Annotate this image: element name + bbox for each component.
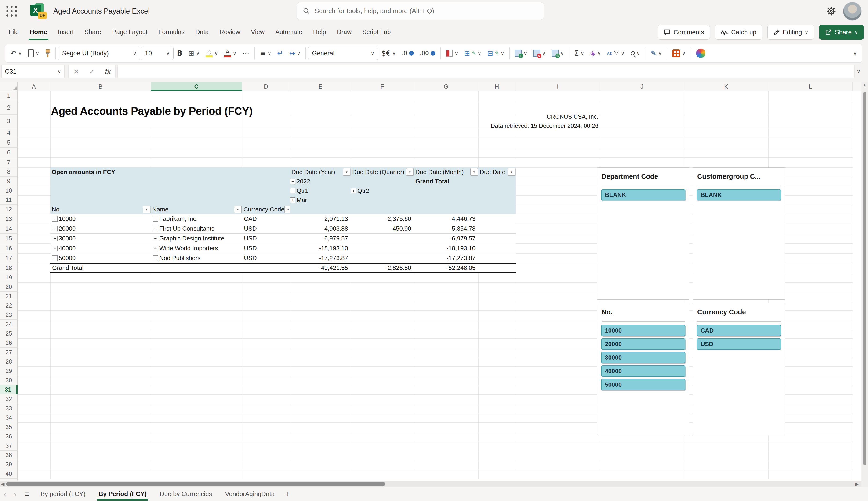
row-header-14[interactable]: 14	[0, 224, 18, 234]
row-header-1[interactable]: 1	[0, 91, 18, 101]
filter-dropdown-icon[interactable]: ▾	[343, 168, 351, 176]
vertical-scroll-thumb[interactable]	[863, 92, 866, 466]
pivot-grand-total-row[interactable]: Grand Total-49,421.55-2,826.50-52,248.05	[50, 263, 516, 273]
horizontal-scroll-thumb[interactable]	[6, 482, 385, 486]
vertical-scrollbar[interactable]: ▲	[861, 82, 868, 481]
filter-dropdown-icon[interactable]: ▾	[470, 168, 478, 176]
column-header-J[interactable]: J	[600, 82, 684, 91]
sheet-tab-by-period-lcy[interactable]: By period (LCY)	[34, 487, 92, 501]
pivot-data-row[interactable]: −Fabrikam, Inc.CAD−10000-2,071.13-2,375.…	[50, 214, 516, 224]
slicer-item-blank[interactable]: BLANK	[601, 189, 685, 201]
insert-function-icon[interactable]: fx	[104, 68, 111, 75]
ribbon-tab-draw[interactable]: Draw	[332, 22, 357, 42]
pivot-data-row[interactable]: −First Up ConsultantsUSD−20000-4,903.88-…	[50, 224, 516, 234]
row-header-24[interactable]: 24	[0, 320, 18, 329]
collapse-icon[interactable]: −	[290, 188, 295, 193]
row-header-8[interactable]: 8	[0, 167, 18, 177]
row-header-15[interactable]: 15	[0, 234, 18, 244]
borders-button[interactable]: ⊞∨	[186, 46, 202, 61]
currency-format-button[interactable]: $€∨	[379, 46, 399, 61]
sheet-tab-vendoragingdata[interactable]: VendorAgingData	[219, 487, 281, 501]
ribbon-tab-share[interactable]: Share	[79, 22, 107, 42]
sheet-views-button[interactable]: ∨	[669, 46, 688, 61]
collapse-icon[interactable]: −	[52, 255, 57, 261]
slicer-item-50000[interactable]: 50000	[601, 379, 685, 390]
column-header-I[interactable]: I	[516, 82, 600, 91]
slicer-no[interactable]: No.1000020000300004000050000	[597, 303, 689, 435]
more-font-options-button[interactable]: ⋯	[240, 46, 252, 61]
row-header-19[interactable]: 19	[0, 273, 18, 282]
find-button[interactable]: ∨	[628, 46, 643, 61]
filter-dropdown-icon[interactable]: ▾	[284, 206, 290, 213]
slicer-item-blank[interactable]: BLANK	[697, 189, 781, 201]
column-header-L[interactable]: L	[768, 82, 853, 91]
pivot-table[interactable]: Open amounts in FCYDue Date (Year)▾Due D…	[50, 167, 516, 273]
conditional-formatting-button[interactable]: ∨	[443, 46, 461, 61]
row-header-5[interactable]: 5	[0, 138, 18, 148]
slicer-item-usd[interactable]: USD	[697, 338, 781, 350]
slicer-item-20000[interactable]: 20000	[601, 338, 685, 350]
row-header-13[interactable]: 13	[0, 214, 18, 224]
slicer-item-10000[interactable]: 10000	[601, 325, 685, 336]
row-header-35[interactable]: 35	[0, 423, 18, 432]
paste-button[interactable]: ∨	[25, 46, 42, 61]
share-button[interactable]: Share∨	[819, 25, 864, 40]
merge-cells-button[interactable]: ↔∨	[286, 46, 303, 61]
number-format-select[interactable]: General∨	[308, 46, 378, 60]
row-header-31[interactable]: 31	[0, 385, 18, 394]
expand-icon[interactable]: +	[290, 198, 295, 203]
column-header-B[interactable]: B	[50, 82, 151, 91]
ribbon-tab-script-lab[interactable]: Script Lab	[357, 22, 396, 42]
collapse-icon[interactable]: −	[52, 236, 57, 241]
format-cells-button[interactable]: ✎∨	[549, 46, 567, 61]
pivot-data-row[interactable]: −Graphic Design InstituteUSD−30000-6,979…	[50, 234, 516, 244]
row-header-6[interactable]: 6	[0, 148, 18, 158]
slicer-currency-code[interactable]: Currency CodeCADUSD	[693, 303, 785, 435]
ribbon-tab-home[interactable]: Home	[24, 22, 53, 42]
row-header-22[interactable]: 22	[0, 301, 18, 310]
row-header-32[interactable]: 32	[0, 394, 18, 404]
collapse-icon[interactable]: −	[153, 216, 158, 222]
prev-sheet-icon[interactable]: ‹	[0, 490, 10, 499]
row-header-7[interactable]: 7	[0, 158, 18, 167]
ribbon-tab-view[interactable]: View	[245, 22, 270, 42]
row-header-25[interactable]: 25	[0, 329, 18, 338]
insert-cells-button[interactable]: +∨	[512, 46, 530, 61]
collapse-icon[interactable]: −	[52, 226, 57, 231]
row-header-3[interactable]: 3	[0, 115, 18, 128]
column-header-C[interactable]: C	[151, 82, 242, 91]
row-header-40[interactable]: 40	[0, 469, 18, 479]
catch-up-button[interactable]: Catch up	[715, 25, 762, 40]
slicer-item-40000[interactable]: 40000	[601, 365, 685, 377]
wrap-text-button[interactable]: ↵	[274, 46, 286, 61]
row-header-33[interactable]: 33	[0, 404, 18, 413]
cancel-icon[interactable]: ✕	[73, 67, 79, 76]
collapse-icon[interactable]: −	[153, 255, 158, 261]
clear-button[interactable]: ◈∨	[587, 46, 604, 61]
font-color-button[interactable]: A∨	[221, 46, 239, 61]
search-input[interactable]: Search for tools, help, and more (Alt + …	[296, 2, 544, 20]
alignment-button[interactable]: ≡∨	[257, 46, 274, 61]
ribbon-tab-help[interactable]: Help	[307, 22, 332, 42]
app-launcher-waffle-icon[interactable]	[5, 5, 18, 18]
fill-color-button[interactable]: ◇∨	[203, 46, 221, 61]
undo-button[interactable]: ↶∨	[8, 46, 24, 61]
filter-dropdown-icon[interactable]: ▾	[234, 206, 242, 213]
row-header-29[interactable]: 29	[0, 366, 18, 376]
name-box[interactable]: C31∨	[1, 65, 64, 78]
ribbon-tab-review[interactable]: Review	[214, 22, 245, 42]
pivot-data-row[interactable]: −Nod PublishersUSD−50000-17,273.87-17,27…	[50, 253, 516, 263]
copilot-button[interactable]	[693, 46, 708, 61]
next-sheet-icon[interactable]: ›	[10, 490, 20, 499]
user-avatar[interactable]	[843, 2, 862, 21]
spreadsheet-grid[interactable]: ABCDEFGHIJKL 123456789101112131415161718…	[0, 82, 861, 481]
filter-dropdown-icon[interactable]: ▾	[406, 168, 414, 176]
column-header-H[interactable]: H	[478, 82, 516, 91]
row-header-20[interactable]: 20	[0, 282, 18, 292]
ribbon-tab-file[interactable]: File	[3, 22, 24, 42]
font-size-select[interactable]: 10∨	[141, 46, 174, 60]
column-header-E[interactable]: E	[290, 82, 351, 91]
collapse-icon[interactable]: −	[52, 216, 57, 222]
scroll-up-icon[interactable]: ▲	[862, 83, 867, 88]
slicer-department-code[interactable]: Department CodeBLANK	[597, 167, 689, 300]
